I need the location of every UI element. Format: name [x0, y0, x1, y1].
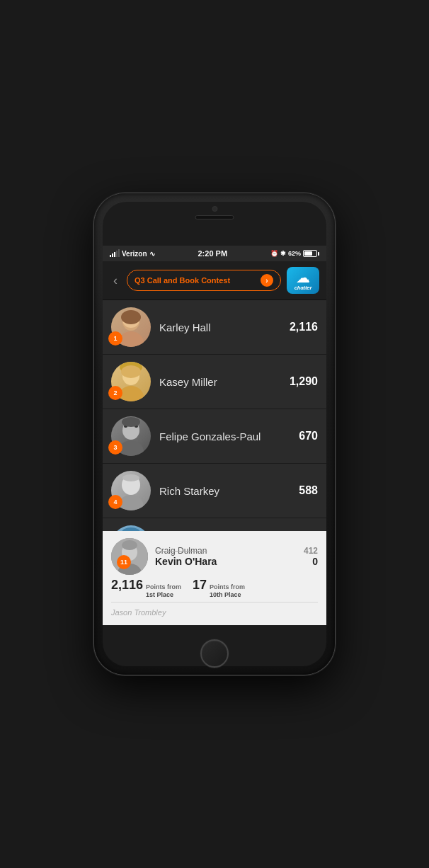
hidden-user-name: Jason Trombley — [111, 608, 166, 617]
phone-inner: Verizon ∿ 2:20 PM ⏰ ✱ 62% — [103, 202, 326, 666]
current-user-info: Craig Dulman 412 Kevin O'Hara 0 — [155, 546, 318, 567]
user-name: Felipe Gonzales-Paul — [159, 430, 299, 442]
points-from-10th: 17 — [193, 578, 207, 593]
current-user-panel: 11 Craig Dulman 412 Kevin O'Hara 0 — [103, 531, 326, 625]
wifi-icon: ∿ — [149, 250, 155, 258]
leaderboard-list: 1 Karley Hall 2,116 — [103, 300, 326, 531]
user-score: 1,290 — [290, 375, 318, 388]
phone-top-bar — [195, 206, 234, 219]
phone-camera — [212, 206, 217, 212]
list-item[interactable]: 3 Felipe Gonzale — [103, 409, 326, 464]
time-display: 2:20 PM — [198, 249, 227, 258]
user-score: 588 — [299, 484, 318, 497]
screen: Verizon ∿ 2:20 PM ⏰ ✱ 62% — [103, 246, 326, 625]
partially-hidden-user: Jason Trombley — [111, 602, 318, 618]
current-user-score-label: 0 — [312, 556, 318, 567]
svg-point-15 — [122, 474, 139, 481]
phone-frame: Verizon ∿ 2:20 PM ⏰ ✱ 62% — [94, 193, 335, 675]
bluetooth-icon: ✱ — [280, 250, 286, 257]
stat-1st-place: 2,116 Points from 1st Place — [111, 578, 181, 599]
svg-point-7 — [121, 365, 141, 378]
rank-badge: 2 — [108, 386, 122, 400]
current-user-avatar — [111, 538, 148, 575]
status-left: Verizon ∿ — [110, 250, 155, 258]
user-score: 670 — [299, 430, 318, 442]
chatter-label: chatter — [294, 285, 312, 291]
list-item[interactable]: 4 Rich Starkey 588 — [103, 464, 326, 518]
user-name: Karley Hall — [159, 321, 290, 333]
stat-10th-place: 17 Points from 10th Place — [193, 578, 245, 599]
svg-point-12 — [122, 417, 140, 427]
above-user-name: Craig Dulman — [155, 546, 207, 556]
nav-bar: ‹ Q3 Call and Book Contest › ☁ chatter — [103, 261, 326, 300]
avatar — [111, 525, 151, 531]
stats-row: 2,116 Points from 1st Place 17 Points fr… — [111, 578, 318, 599]
phone-speaker — [195, 215, 234, 219]
chatter-cloud-icon: ☁ — [296, 270, 310, 285]
user-name: Rich Starkey — [159, 485, 299, 497]
rank-badge: 3 — [108, 440, 122, 455]
svg-point-18 — [122, 527, 140, 531]
user-score: 2,116 — [290, 321, 318, 333]
svg-point-23 — [122, 540, 137, 550]
back-button[interactable]: ‹ — [110, 272, 121, 290]
points-from-1st: 2,116 — [111, 578, 143, 593]
above-user-score: 412 — [304, 546, 318, 556]
battery-label: 62% — [288, 250, 301, 257]
list-item[interactable]: 5 Brendan Hartt — [103, 518, 326, 531]
rank-badge: 4 — [108, 495, 122, 509]
home-button[interactable] — [200, 639, 229, 668]
contest-pill[interactable]: Q3 Call and Book Contest › — [127, 270, 281, 291]
status-right: ⏰ ✱ 62% — [270, 250, 319, 257]
rank-badge: 1 — [108, 331, 122, 346]
stat-1st-label: Points from 1st Place — [146, 583, 181, 599]
stat-10th-label: Points from 10th Place — [210, 583, 245, 599]
signal-icon — [110, 250, 120, 257]
carrier-label: Verizon — [122, 250, 147, 258]
chatter-logo[interactable]: ☁ chatter — [287, 267, 319, 294]
svg-point-3 — [121, 310, 141, 324]
alarm-icon: ⏰ — [270, 250, 278, 257]
current-user-name-label: Kevin O'Hara — [155, 556, 217, 567]
contest-arrow-icon: › — [261, 274, 273, 287]
contest-name-label: Q3 Call and Book Contest — [135, 276, 230, 285]
status-bar: Verizon ∿ 2:20 PM ⏰ ✱ 62% — [103, 246, 326, 261]
list-item[interactable]: 1 Karley Hall 2,116 — [103, 300, 326, 355]
list-item[interactable]: 2 Kasey Miller 1,290 — [103, 355, 326, 409]
user-name: Kasey Miller — [159, 376, 290, 388]
battery-icon — [303, 250, 319, 257]
